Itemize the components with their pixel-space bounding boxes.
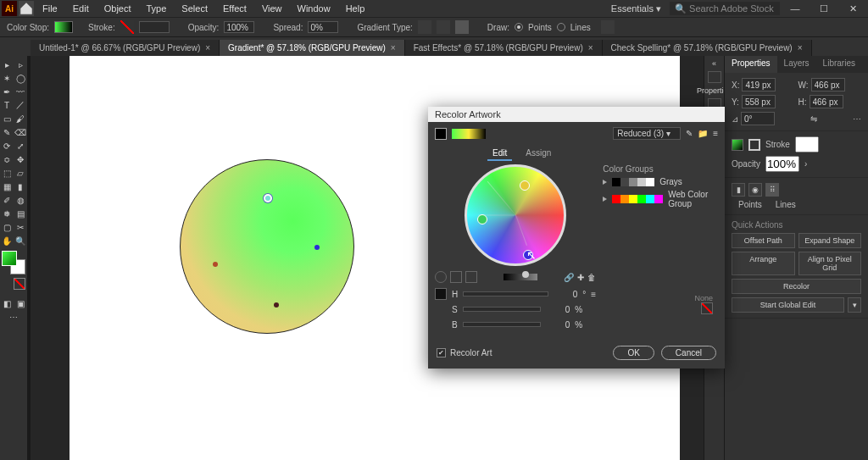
hue-slider[interactable]: [463, 291, 548, 297]
blend-tool-icon[interactable]: ◍: [14, 193, 27, 207]
recolor-art-checkbox[interactable]: ✔ Recolor Art: [437, 348, 492, 357]
perspective-tool-icon[interactable]: ▱: [14, 166, 27, 180]
fill-stroke-indicator[interactable]: [2, 251, 25, 274]
smooth-wheel-icon[interactable]: [435, 271, 447, 283]
scale-tool-icon[interactable]: ⤢: [14, 139, 27, 152]
edit-preset-icon[interactable]: ✎: [686, 129, 693, 138]
color-group-row[interactable]: Web Color Group: [603, 190, 718, 208]
link-harmony-icon[interactable]: 🔗: [564, 273, 574, 282]
add-color-tool-icon[interactable]: ✚: [577, 273, 584, 282]
doc-tab-2[interactable]: Fast Effects* @ 57.18% (RGB/GPU Preview)…: [405, 40, 603, 56]
expand-group-icon[interactable]: [603, 180, 607, 185]
doc-tab-1[interactable]: Gradient* @ 57.18% (RGB/GPU Preview)×: [220, 40, 405, 56]
recolor-button[interactable]: Recolor: [732, 279, 861, 294]
y-input[interactable]: [742, 95, 776, 108]
w-input[interactable]: [811, 78, 845, 91]
width-tool-icon[interactable]: ≎: [0, 152, 14, 166]
gradient-freeform-icon[interactable]: ⠿: [765, 183, 779, 197]
menu-view[interactable]: View: [255, 2, 289, 15]
colorstop-swatch[interactable]: [54, 21, 73, 33]
selected-color-swatch-icon[interactable]: [435, 288, 447, 300]
tab-edit[interactable]: Edit: [487, 147, 512, 161]
doc-tab-0[interactable]: Untitled-1* @ 66.67% (RGB/GPU Preview)×: [31, 40, 220, 56]
more-transform-icon[interactable]: ⋯: [853, 114, 861, 124]
mesh-tool-icon[interactable]: ▦: [0, 180, 14, 193]
flip-h-icon[interactable]: ⇋: [810, 114, 817, 124]
color-bars-icon[interactable]: [465, 271, 477, 283]
sat-slider[interactable]: [463, 307, 542, 312]
stroke-weight-field[interactable]: [795, 136, 819, 152]
close-tab-icon[interactable]: ×: [588, 43, 593, 53]
menu-object[interactable]: Object: [97, 2, 138, 15]
artboard-tool-icon[interactable]: ▢: [0, 220, 14, 234]
menu-type[interactable]: Type: [140, 2, 174, 15]
pen-tool-icon[interactable]: ✒: [0, 85, 14, 98]
bri-slider[interactable]: [463, 322, 542, 327]
hue-input[interactable]: [554, 288, 577, 300]
options-more-icon[interactable]: [601, 20, 615, 34]
save-group-icon[interactable]: 📁: [698, 129, 708, 138]
fill-color-icon[interactable]: [2, 251, 17, 266]
gradient-type-radial-icon[interactable]: [437, 20, 450, 34]
stroke-swatch-icon[interactable]: [748, 139, 760, 151]
h-input[interactable]: [810, 95, 843, 108]
window-close-icon[interactable]: ✕: [839, 3, 866, 14]
selection-tool-icon[interactable]: ▸: [0, 58, 14, 71]
start-global-edit-button[interactable]: Start Global Edit: [732, 297, 844, 313]
close-tab-icon[interactable]: ×: [205, 43, 210, 53]
shaper-tool-icon[interactable]: ✎: [0, 125, 14, 139]
gradient-tool-icon[interactable]: ▮: [14, 180, 27, 193]
chevron-right-icon[interactable]: ›: [804, 159, 807, 169]
none-color-icon[interactable]: [14, 278, 25, 290]
preset-dropdown[interactable]: Reduced (3) ▾: [613, 127, 681, 140]
window-minimize-icon[interactable]: —: [782, 3, 809, 14]
gradient-circle-shape[interactable]: [180, 159, 354, 334]
line-tool-icon[interactable]: ／: [14, 98, 27, 112]
eraser-tool-icon[interactable]: ⌫: [14, 125, 27, 139]
close-tab-icon[interactable]: ×: [798, 43, 803, 53]
magic-wand-tool-icon[interactable]: ✶: [0, 71, 14, 85]
hand-tool-icon[interactable]: ✋: [0, 234, 14, 247]
bri-input[interactable]: [546, 319, 570, 330]
gradient-stop-dot[interactable]: [314, 245, 320, 250]
remove-color-tool-icon[interactable]: 🗑: [587, 273, 596, 282]
menu-effect[interactable]: Effect: [216, 2, 253, 15]
home-icon[interactable]: [19, 1, 34, 16]
ok-button[interactable]: OK: [613, 346, 654, 360]
slice-tool-icon[interactable]: ✂: [14, 220, 27, 234]
expand-group-icon[interactable]: [603, 197, 607, 202]
free-transform-tool-icon[interactable]: ✥: [14, 152, 27, 166]
gradient-stop-dot[interactable]: [213, 262, 218, 267]
none-swatch-icon[interactable]: [701, 302, 713, 314]
gradient-linear-icon[interactable]: ▮: [732, 183, 745, 197]
panel-tab-libraries[interactable]: Libraries: [816, 56, 862, 73]
curvature-tool-icon[interactable]: 〰: [14, 85, 27, 98]
gradient-radial-icon[interactable]: ◉: [748, 183, 762, 197]
menu-file[interactable]: File: [36, 2, 64, 15]
gradient-stop-dot[interactable]: [265, 196, 270, 201]
angle-input[interactable]: [741, 112, 775, 125]
drawing-mode-icon[interactable]: ◧: [0, 297, 14, 310]
draw-points-radio[interactable]: [515, 23, 523, 31]
zoom-tool-icon[interactable]: 🔍: [14, 234, 27, 247]
type-tool-icon[interactable]: T: [0, 98, 14, 112]
tab-assign[interactable]: Assign: [520, 147, 556, 161]
opacity-field[interactable]: [765, 156, 799, 172]
gradient-type-freeform-icon[interactable]: [455, 20, 469, 34]
rotate-tool-icon[interactable]: ⟳: [0, 139, 14, 152]
x-input[interactable]: [742, 78, 776, 91]
stroke-swatch-icon[interactable]: [120, 20, 134, 34]
direct-selection-tool-icon[interactable]: ▹: [14, 58, 27, 71]
gradient-stop-dot[interactable]: [274, 302, 279, 308]
opacity-input[interactable]: [224, 21, 254, 33]
color-marker[interactable]: [520, 180, 530, 191]
lasso-tool-icon[interactable]: ◯: [14, 71, 27, 85]
segmented-wheel-icon[interactable]: [450, 271, 462, 283]
arrange-button[interactable]: Arrange: [732, 252, 795, 275]
paintbrush-tool-icon[interactable]: 🖌: [14, 112, 27, 125]
align-pixel-grid-button[interactable]: Align to Pixel Grid: [798, 252, 862, 275]
fill-swatch-icon[interactable]: [732, 139, 743, 151]
offset-path-button[interactable]: Offset Path: [732, 233, 795, 248]
symbol-sprayer-tool-icon[interactable]: ❅: [0, 207, 14, 220]
global-edit-dropdown-icon[interactable]: ▾: [848, 297, 861, 313]
